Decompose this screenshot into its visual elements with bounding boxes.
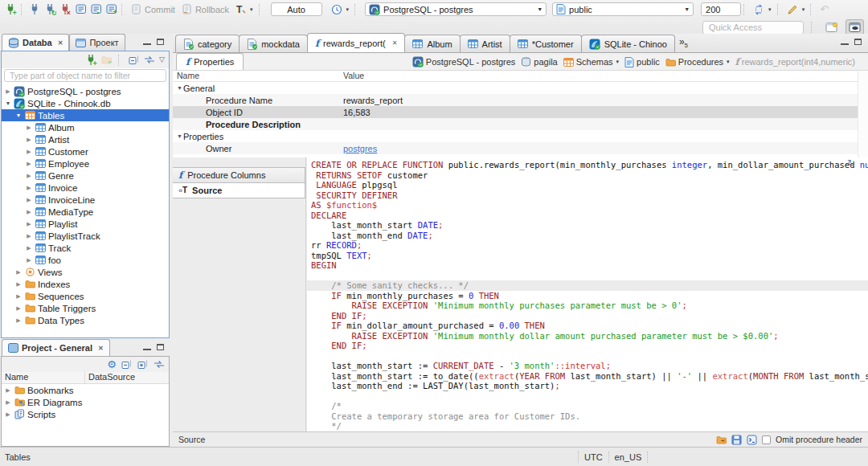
editor-tab-artist[interactable]: Artist xyxy=(460,35,510,52)
new-sql-editor-icon[interactable]: + xyxy=(104,2,119,17)
subtab-procedure-columns[interactable]: fProcedure Columns xyxy=(173,167,305,183)
expand-arrow-icon[interactable]: ▶ xyxy=(24,157,34,170)
fetch-size-input[interactable] xyxy=(701,2,741,16)
tree-item-table-triggers[interactable]: ▶Table Triggers xyxy=(2,302,169,314)
editor-tab-rewards-report[interactable]: frewards_report(✕ xyxy=(307,33,406,52)
object-filter-input[interactable] xyxy=(4,69,166,82)
tree-item-customer[interactable]: ▶Customer xyxy=(2,145,169,157)
expand-arrow-icon[interactable]: ▶ xyxy=(3,396,13,408)
tree-item-sequences[interactable]: ▶Sequences xyxy=(2,290,169,302)
sql-editor-icon[interactable] xyxy=(73,2,88,17)
link-with-editor-icon[interactable] xyxy=(154,360,165,369)
grid-scrollbar[interactable] xyxy=(858,71,868,157)
breadcrumb-item-procedures[interactable]: Procedures▾ xyxy=(665,57,730,67)
tree-item-track[interactable]: ▶Track xyxy=(2,242,169,254)
collapse-arrow-icon[interactable]: ▼ xyxy=(3,97,13,109)
reconnect-icon[interactable]: ↻ xyxy=(43,2,58,17)
console-icon[interactable] xyxy=(747,435,757,445)
expand-arrow-icon[interactable]: ▶ xyxy=(24,230,34,242)
transaction-log-button[interactable]: T▾ xyxy=(235,4,253,14)
new-folder-icon[interactable]: + xyxy=(101,55,112,64)
breadcrumb-item-rewards-report-int4-numeric[interactable]: frewards_report(int4,numeric) xyxy=(735,57,855,67)
view-menu-icon[interactable]: ▽ xyxy=(159,56,165,63)
expand-arrow-icon[interactable]: ▶ xyxy=(14,314,23,326)
open-sql-script-icon[interactable] xyxy=(88,2,104,17)
expand-arrow-icon[interactable]: ▶ xyxy=(24,206,34,218)
collapse-all-icon[interactable] xyxy=(121,359,133,370)
rollback-button[interactable]: Rollback xyxy=(182,4,229,14)
tree-item-postgresql-postgres[interactable]: ▶PostgreSQL - postgres xyxy=(2,85,169,97)
open-file-icon[interactable] xyxy=(716,435,727,444)
editor-tab-mockdata[interactable]: mockdata xyxy=(239,35,308,52)
breadcrumb-item-pagila[interactable]: pagila xyxy=(521,57,557,67)
column-name[interactable]: Name xyxy=(173,71,343,81)
gear-icon[interactable]: ⚙ xyxy=(107,359,117,370)
breadcrumb-item-postgresql-postgres[interactable]: PostgreSQL - postgres xyxy=(412,56,515,67)
tree-item-data-types[interactable]: ▶Data Types xyxy=(2,314,169,326)
minimize-icon[interactable] xyxy=(143,344,151,350)
project-item-scripts[interactable]: ▶Scripts xyxy=(2,408,169,420)
expand-all-icon[interactable] xyxy=(137,359,149,370)
tree-item-invoice[interactable]: ▶Invoice xyxy=(2,182,169,194)
minimize-icon[interactable] xyxy=(841,39,849,45)
link-with-editor-icon[interactable] xyxy=(144,55,155,64)
tree-item-employee[interactable]: ▶Employee xyxy=(2,157,169,170)
expand-arrow-icon[interactable]: ▶ xyxy=(24,121,34,133)
editor-tab-sqlite-chinoo[interactable]: SQLite - Chinoo xyxy=(581,35,675,52)
tree-item-views[interactable]: ▶Views xyxy=(2,266,169,278)
maximize-icon[interactable] xyxy=(157,39,164,45)
property-row-procedure-description[interactable]: Procedure Description xyxy=(173,118,868,130)
expand-arrow-icon[interactable]: ▶ xyxy=(24,145,34,157)
collapse-all-icon[interactable] xyxy=(129,55,140,65)
tab-overflow-indicator[interactable]: »5 xyxy=(679,36,688,49)
expand-arrow-icon[interactable]: ▶ xyxy=(24,254,34,266)
project-item-bookmarks[interactable]: ▶Bookmarks xyxy=(2,384,169,396)
dbeaver-perspective-icon[interactable] xyxy=(845,19,864,35)
property-row-object-id[interactable]: Object ID16,583 xyxy=(173,106,868,118)
new-connection-icon[interactable]: + xyxy=(3,2,18,17)
save-icon[interactable] xyxy=(731,435,742,445)
expand-arrow-icon[interactable]: ▶ xyxy=(14,290,23,302)
tree-item-playlisttrack[interactable]: ▶PlaylistTrack xyxy=(2,230,169,242)
tree-item-invoiceline[interactable]: ▶InvoiceLine xyxy=(2,194,169,206)
column-datasource[interactable]: DataSource xyxy=(85,372,135,383)
maximize-icon[interactable] xyxy=(157,344,164,350)
commit-mode-combo[interactable]: Auto xyxy=(271,2,322,16)
editor-tab-category[interactable]: category xyxy=(175,35,240,52)
tree-item-mediatype[interactable]: ▶MediaType xyxy=(2,206,169,218)
tree-item-foo[interactable]: ▶foo xyxy=(2,254,169,266)
disconnect-icon[interactable]: × xyxy=(58,2,73,17)
collapse-arrow-icon[interactable]: ▼ xyxy=(14,109,23,121)
breadcrumb-item-schemas[interactable]: Schemas▾ xyxy=(563,57,619,67)
tree-item-album[interactable]: ▶Album xyxy=(2,121,169,133)
property-value[interactable]: postgres xyxy=(343,144,868,153)
omit-procedure-header-checkbox[interactable] xyxy=(762,435,771,444)
locale-label[interactable]: en_US xyxy=(615,452,642,462)
schema-combo[interactable]: public▼ xyxy=(552,2,694,16)
tree-item-indexes[interactable]: ▶Indexes xyxy=(2,278,169,290)
property-row-owner[interactable]: Ownerpostgres xyxy=(173,142,868,154)
expand-arrow-icon[interactable]: ▶ xyxy=(14,302,23,314)
timezone-label[interactable]: UTC xyxy=(584,452,603,462)
format-button[interactable]: ▾ xyxy=(787,4,805,15)
close-icon[interactable]: ✕ xyxy=(58,39,63,47)
expand-arrow-icon[interactable]: ▶ xyxy=(24,242,34,254)
chevron-down-icon[interactable]: ▾ xyxy=(616,59,620,65)
tree-item-playlist[interactable]: ▶Playlist xyxy=(2,218,169,230)
source-code-viewer[interactable]: CREATE OR REPLACE FUNCTION public.reward… xyxy=(307,157,868,431)
expand-arrow-icon[interactable]: ▶ xyxy=(3,85,13,97)
chevron-down-icon[interactable]: ▾ xyxy=(727,59,730,65)
tree-item-artist[interactable]: ▶Artist xyxy=(2,133,169,145)
connection-combo[interactable]: PostgreSQL - postgres▼ xyxy=(365,2,547,16)
tab-project-general[interactable]: Project - General✕ xyxy=(2,339,110,356)
subtab-source[interactable]: ‹›TSource xyxy=(173,182,305,198)
quick-access-input[interactable] xyxy=(702,21,804,35)
property-row-properties[interactable]: ▼Properties xyxy=(173,130,868,142)
expand-arrow-icon[interactable]: ▶ xyxy=(24,182,34,194)
expand-arrow-icon[interactable]: ▶ xyxy=(3,384,13,396)
expand-arrow-icon[interactable]: ▶ xyxy=(14,278,23,290)
expand-arrow-icon[interactable]: ▶ xyxy=(14,266,23,278)
tree-item-sqlite-chinook-db[interactable]: ▼SQLite - Chinook.db xyxy=(2,97,169,109)
property-row-procedure-name[interactable]: Procedure Namerewards_report xyxy=(173,94,868,106)
editor-tab-customer[interactable]: *Customer xyxy=(510,35,582,52)
